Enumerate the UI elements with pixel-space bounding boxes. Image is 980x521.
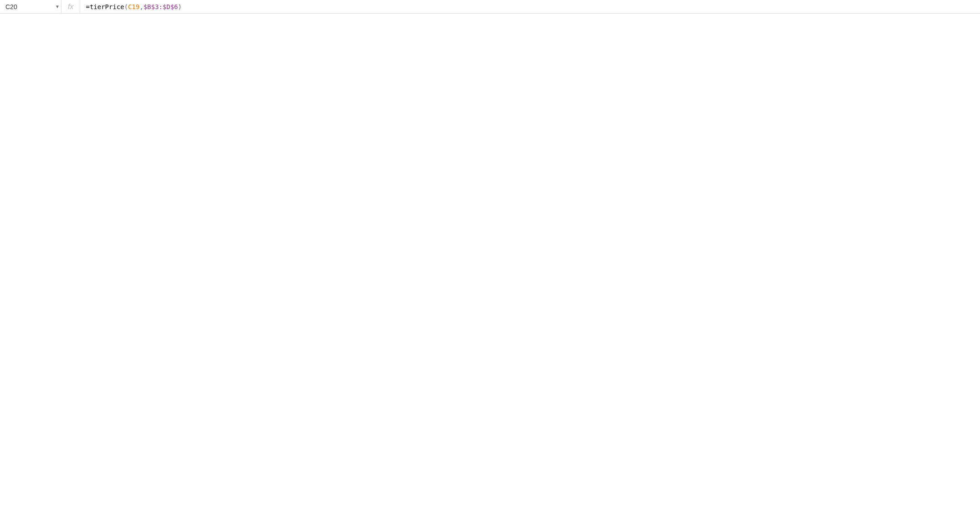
formula-input[interactable]: =tierPrice(C19,$B$3:$D$6)	[80, 0, 977, 13]
formula-open: (	[124, 3, 128, 10]
name-box-dropdown[interactable]: ▼	[54, 4, 61, 9]
formula-eq: =	[86, 3, 89, 10]
formula-fn: tierPrice	[90, 3, 124, 10]
formula-arg2: $B$3:$D$6	[143, 3, 178, 10]
formula-bar: ▼ fx =tierPrice(C19,$B$3:$D$6)	[0, 0, 980, 14]
formula-close: )	[178, 3, 182, 10]
formula-arg1: C19	[128, 3, 139, 10]
name-box[interactable]	[3, 1, 54, 12]
formula-comma: ,	[139, 3, 143, 10]
fx-icon[interactable]: fx	[61, 0, 80, 13]
